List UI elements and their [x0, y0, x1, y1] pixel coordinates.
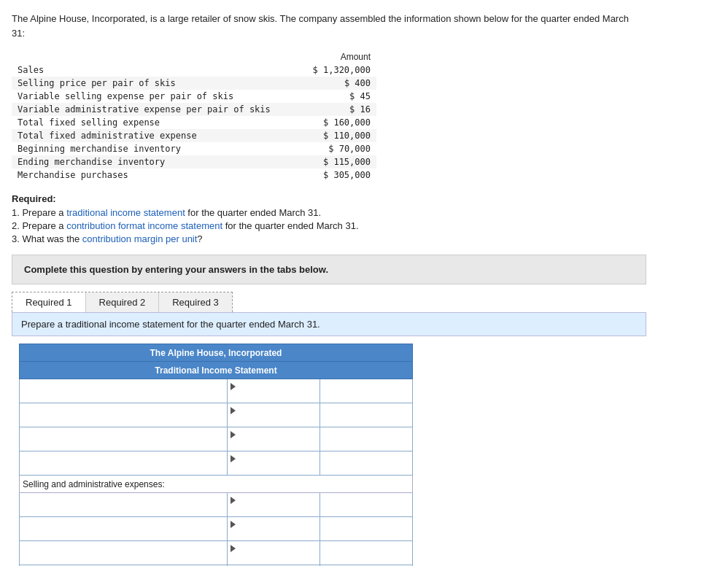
- is-mid-cell[interactable]: [228, 427, 320, 451]
- is-amt-input[interactable]: [323, 410, 409, 420]
- is-mid-cell[interactable]: [228, 379, 320, 403]
- instruction-text: Complete this question by entering your …: [24, 264, 328, 275]
- data-row-label: Sales: [12, 63, 282, 77]
- is-desc-input[interactable]: [23, 524, 224, 534]
- intro-text: The Alpine House, Incorporated, is a lar…: [12, 12, 639, 40]
- is-amt-cell[interactable]: [320, 451, 413, 476]
- is-desc-input[interactable]: [23, 410, 224, 420]
- triangle-icon: [231, 407, 236, 414]
- triangle-icon: [231, 383, 236, 390]
- is-amt-cell[interactable]: [320, 403, 413, 427]
- required-section: Required: 1. Prepare a traditional incom…: [12, 193, 716, 244]
- is-amt-cell[interactable]: [320, 541, 413, 565]
- is-amt-input[interactable]: [323, 386, 409, 396]
- is-mid-cell[interactable]: [228, 493, 320, 517]
- required-title: Required:: [12, 193, 716, 204]
- is-desc-cell[interactable]: [20, 517, 228, 541]
- is-mid-cell[interactable]: [228, 517, 320, 541]
- data-row-amount: $ 400: [282, 77, 376, 90]
- is-desc-input[interactable]: [23, 386, 224, 396]
- is-mid-input[interactable]: [231, 553, 317, 563]
- required-item: 3. What was the contribution margin per …: [12, 233, 716, 244]
- tab-required-3[interactable]: Required 3: [159, 292, 232, 312]
- is-mid-input[interactable]: [231, 391, 317, 401]
- triangle-icon: [231, 545, 236, 552]
- question-bar-text: Prepare a traditional income statement f…: [21, 319, 320, 330]
- data-row-amount: $ 70,000: [282, 142, 376, 155]
- triangle-icon: [231, 497, 236, 504]
- data-row-label: Selling price per pair of skis: [12, 77, 282, 90]
- triangle-icon: [231, 521, 236, 528]
- is-mid-cell[interactable]: [228, 403, 320, 427]
- is-desc-cell[interactable]: [20, 493, 228, 517]
- required-item: 2. Prepare a contribution format income …: [12, 220, 716, 231]
- data-row-label: Variable selling expense per pair of ski…: [12, 90, 282, 103]
- is-amt-input[interactable]: [323, 524, 409, 534]
- is-desc-cell[interactable]: [20, 379, 228, 403]
- is-desc-input[interactable]: [23, 548, 224, 558]
- data-table: Amount Sales $ 1,320,000 Selling price p…: [12, 50, 376, 182]
- required-link: contribution format income statement: [66, 220, 222, 231]
- is-mid-cell[interactable]: [228, 451, 320, 476]
- data-row-label: Beginning merchandise inventory: [12, 142, 282, 155]
- is-amt-input[interactable]: [323, 548, 409, 558]
- is-amt-input[interactable]: [323, 500, 409, 510]
- is-mid-input[interactable]: [231, 463, 317, 473]
- data-row-amount: $ 160,000: [282, 116, 376, 129]
- triangle-icon: [231, 455, 236, 462]
- is-desc-input[interactable]: [23, 434, 224, 444]
- tab-required-2[interactable]: Required 2: [86, 292, 160, 312]
- amount-header: Amount: [282, 50, 376, 63]
- is-amt-cell[interactable]: [320, 517, 413, 541]
- is-desc-cell[interactable]: [20, 541, 228, 565]
- is-mid-input[interactable]: [231, 415, 317, 425]
- is-mid-input[interactable]: [231, 529, 317, 539]
- is-title2: Traditional Income Statement: [20, 362, 413, 379]
- data-row-amount: $ 1,320,000: [282, 63, 376, 77]
- is-desc-input[interactable]: [23, 458, 224, 468]
- is-amt-cell[interactable]: [320, 379, 413, 403]
- is-desc-cell[interactable]: [20, 403, 228, 427]
- is-amt-input[interactable]: [323, 458, 409, 468]
- is-desc-input[interactable]: [23, 500, 224, 510]
- is-amt-cell[interactable]: [320, 427, 413, 451]
- is-mid-input[interactable]: [231, 505, 317, 515]
- question-bar: Prepare a traditional income statement f…: [12, 312, 646, 336]
- is-amt-input[interactable]: [323, 434, 409, 444]
- data-row-label: Ending merchandise inventory: [12, 155, 282, 168]
- data-row-amount: $ 45: [282, 90, 376, 103]
- required-link: traditional income statement: [66, 207, 185, 218]
- data-row-amount: $ 110,000: [282, 129, 376, 142]
- tabs-container: Required 1Required 2Required 3: [12, 292, 233, 312]
- data-row-label: Total fixed selling expense: [12, 116, 282, 129]
- triangle-icon: [231, 431, 236, 438]
- data-row-amount: $ 16: [282, 103, 376, 116]
- instruction-box: Complete this question by entering your …: [12, 255, 646, 284]
- is-section-label: Selling and administrative expenses:: [20, 476, 413, 493]
- data-row-amount: $ 305,000: [282, 168, 376, 182]
- data-row-amount: $ 115,000: [282, 155, 376, 168]
- is-desc-cell[interactable]: [20, 451, 228, 476]
- is-table: The Alpine House, Incorporated Tradition…: [19, 344, 413, 566]
- required-item: 1. Prepare a traditional income statemen…: [12, 207, 716, 218]
- is-desc-cell[interactable]: [20, 427, 228, 451]
- is-title1: The Alpine House, Incorporated: [20, 344, 413, 362]
- is-mid-input[interactable]: [231, 439, 317, 449]
- required-link: contribution margin per unit: [82, 233, 198, 244]
- is-amt-cell[interactable]: [320, 493, 413, 517]
- data-row-label: Merchandise purchases: [12, 168, 282, 182]
- is-mid-cell[interactable]: [228, 541, 320, 565]
- income-statement: The Alpine House, Incorporated Tradition…: [19, 344, 413, 566]
- data-row-label: Variable administrative expense per pair…: [12, 103, 282, 116]
- tab-required-1[interactable]: Required 1: [12, 292, 86, 312]
- data-row-label: Total fixed administrative expense: [12, 129, 282, 142]
